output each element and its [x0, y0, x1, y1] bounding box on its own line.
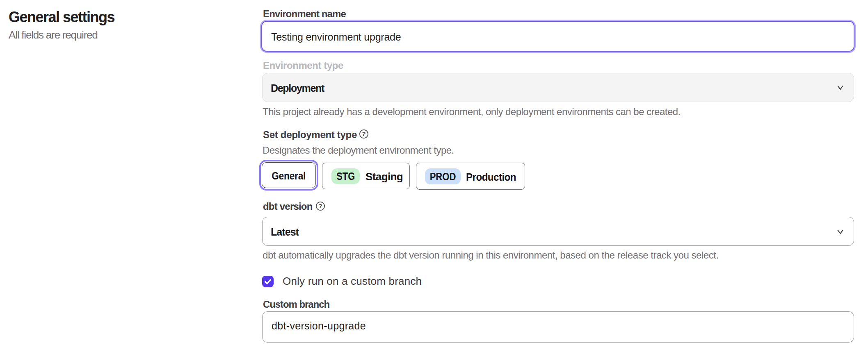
svg-text:?: ?	[318, 202, 322, 209]
svg-text:?: ?	[362, 130, 365, 137]
